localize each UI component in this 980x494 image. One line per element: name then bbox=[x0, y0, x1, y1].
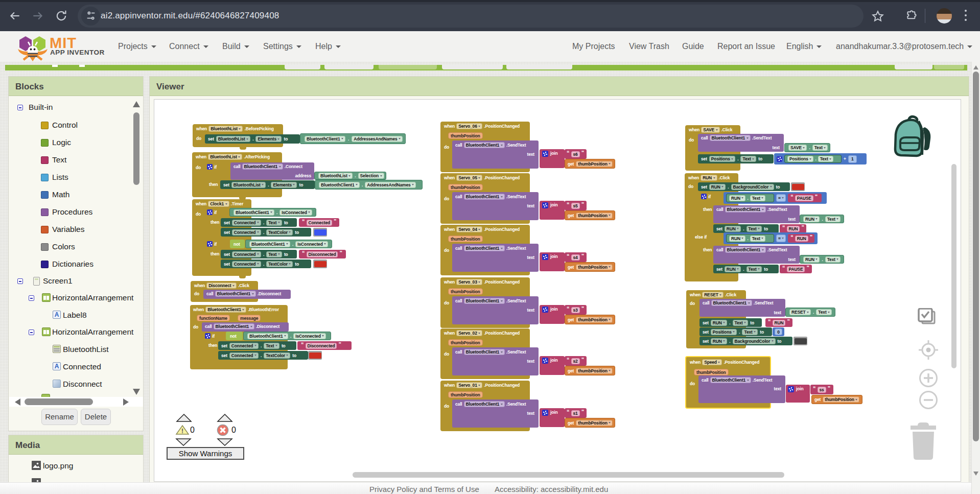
svg-text:!: ! bbox=[181, 428, 183, 435]
